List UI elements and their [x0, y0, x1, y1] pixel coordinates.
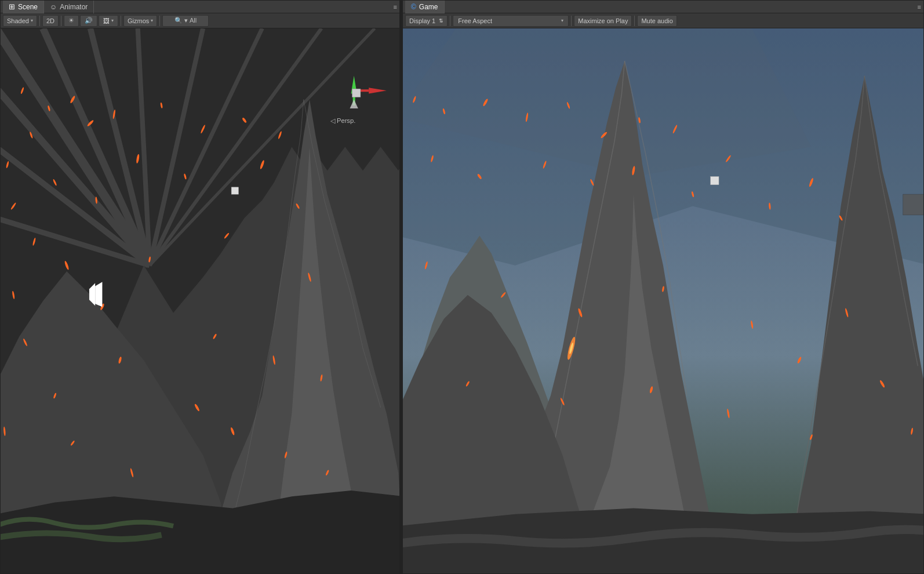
svg-rect-97 [711, 176, 719, 184]
scene-background: ◁ Persp. [1, 28, 399, 573]
gizmos-arrow-icon: ▾ [151, 18, 153, 23]
scene-tab-label: Scene [18, 3, 38, 11]
search-icon: 🔍 [174, 17, 183, 24]
free-aspect-dropdown[interactable]: Free Aspect ▾ [453, 15, 569, 27]
image-button[interactable]: 🖼 ▾ [99, 15, 118, 27]
gizmos-button[interactable]: Gizmos ▾ [123, 15, 157, 27]
scene-viewport[interactable]: ◁ Persp. [1, 28, 399, 573]
maximize-label: Maximize on Play [578, 17, 628, 24]
game-sep-3 [634, 16, 635, 26]
game-toolbar: Display 1 ⇅ Free Aspect ▾ Maximize on Pl… [403, 13, 923, 28]
main-layout: ⊞ Scene ☺ Animator ≡ Shaded ▾ 2D ☀ [0, 0, 924, 574]
game-background [403, 28, 923, 573]
audio-icon: 🔊 [85, 17, 93, 24]
scene-tab-bar: ⊞ Scene ☺ Animator ≡ [1, 1, 399, 13]
mute-audio-button[interactable]: Mute audio [637, 15, 676, 27]
display-arrows-icon: ⇅ [439, 18, 443, 24]
free-aspect-arrow-icon: ▾ [561, 18, 563, 23]
game-panel-menu-btn[interactable]: ≡ [918, 3, 921, 10]
game-panel: © Game ≡ Display 1 ⇅ Free Aspect ▾ Maxim… [402, 0, 924, 574]
svg-rect-98 [903, 194, 923, 215]
mute-label: Mute audio [641, 17, 672, 24]
search-label: ▾ All [184, 17, 197, 24]
sun-button[interactable]: ☀ [64, 15, 79, 27]
svg-rect-50 [231, 187, 238, 194]
animator-tab-icon: ☺ [50, 3, 57, 11]
animator-tab-label: Animator [60, 3, 88, 11]
2d-label: 2D [46, 17, 54, 24]
tab-scene[interactable]: ⊞ Scene [3, 1, 44, 13]
toolbar-sep-2 [61, 16, 61, 26]
scene-panel: ⊞ Scene ☺ Animator ≡ Shaded ▾ 2D ☀ [0, 0, 400, 574]
svg-marker-52 [95, 282, 102, 307]
tab-game[interactable]: © Game [405, 1, 445, 13]
game-tab-bar: © Game ≡ [403, 1, 923, 13]
game-tab-icon: © [411, 3, 416, 11]
image-arrow-icon: ▾ [111, 18, 114, 23]
toolbar-sep-3 [121, 16, 121, 26]
2d-button[interactable]: 2D [42, 15, 59, 27]
search-button[interactable]: 🔍 ▾ All [162, 15, 209, 27]
toolbar-sep-1 [39, 16, 40, 26]
scene-tab-icon: ⊞ [9, 2, 15, 11]
gizmos-label: Gizmos [128, 17, 149, 24]
game-sep-1 [450, 16, 450, 26]
tab-animator[interactable]: ☺ Animator [44, 1, 94, 13]
game-tab-label: Game [419, 3, 438, 11]
free-aspect-label: Free Aspect [458, 17, 492, 24]
scene-toolbar: Shaded ▾ 2D ☀ 🔊 🖼 ▾ Gizmos ▾ [1, 13, 399, 28]
sun-icon: ☀ [68, 17, 74, 24]
image-icon: 🖼 [103, 17, 110, 24]
svg-rect-57 [352, 89, 361, 97]
scene-panel-menu-btn[interactable]: ≡ [394, 3, 397, 10]
maximize-on-play-button[interactable]: Maximize on Play [574, 15, 632, 27]
shaded-dropdown[interactable]: Shaded ▾ [3, 15, 37, 27]
display-dropdown[interactable]: Display 1 ⇅ [405, 15, 448, 27]
toolbar-sep-4 [159, 16, 160, 26]
shaded-arrow-icon: ▾ [31, 18, 33, 23]
game-viewport[interactable] [403, 28, 923, 573]
audio-button[interactable]: 🔊 [80, 15, 97, 27]
svg-text:◁ Persp.: ◁ Persp. [330, 117, 356, 124]
display-label: Display 1 [409, 17, 435, 24]
shaded-label: Shaded [7, 17, 29, 24]
game-sep-2 [571, 16, 572, 26]
